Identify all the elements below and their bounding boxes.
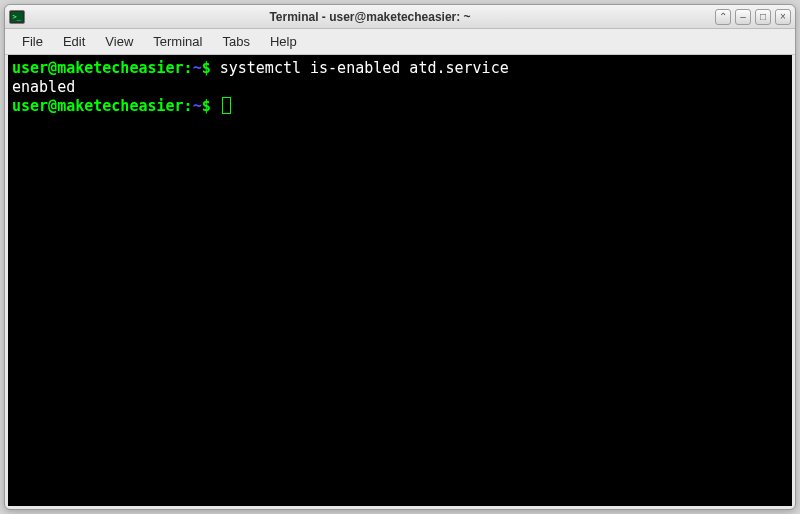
prompt-sep: : xyxy=(184,59,193,77)
terminal-body[interactable]: user@maketecheasier:~$ systemctl is-enab… xyxy=(8,55,792,506)
window-title: Terminal - user@maketecheasier: ~ xyxy=(25,10,715,24)
stick-button[interactable]: ⌃ xyxy=(715,9,731,25)
menu-file[interactable]: File xyxy=(13,31,52,52)
prompt-userhost: user@maketecheasier xyxy=(12,59,184,77)
output-text: enabled xyxy=(12,78,75,96)
menu-help[interactable]: Help xyxy=(261,31,306,52)
terminal-icon: >_ xyxy=(9,9,25,25)
prompt-symbol: $ xyxy=(202,59,220,77)
terminal-output-line: enabled xyxy=(12,78,788,97)
prompt-userhost: user@maketecheasier xyxy=(12,97,184,115)
titlebar-left: >_ xyxy=(9,9,25,25)
command-text: systemctl is-enabled atd.service xyxy=(220,59,509,77)
window-controls: ⌃ – □ × xyxy=(715,9,791,25)
prompt-sep: : xyxy=(184,97,193,115)
prompt-symbol: $ xyxy=(202,97,220,115)
minimize-button[interactable]: – xyxy=(735,9,751,25)
svg-text:>_: >_ xyxy=(13,13,22,21)
terminal-prompt-line: user@maketecheasier:~$ systemctl is-enab… xyxy=(12,59,788,78)
menu-view[interactable]: View xyxy=(96,31,142,52)
menubar: File Edit View Terminal Tabs Help xyxy=(5,29,795,55)
menu-edit[interactable]: Edit xyxy=(54,31,94,52)
terminal-prompt-line: user@maketecheasier:~$ xyxy=(12,97,788,116)
prompt-path: ~ xyxy=(193,59,202,77)
menu-terminal[interactable]: Terminal xyxy=(144,31,211,52)
prompt-path: ~ xyxy=(193,97,202,115)
titlebar[interactable]: >_ Terminal - user@maketecheasier: ~ ⌃ –… xyxy=(5,5,795,29)
maximize-button[interactable]: □ xyxy=(755,9,771,25)
menu-tabs[interactable]: Tabs xyxy=(213,31,258,52)
close-button[interactable]: × xyxy=(775,9,791,25)
cursor xyxy=(222,97,231,114)
terminal-window: >_ Terminal - user@maketecheasier: ~ ⌃ –… xyxy=(4,4,796,510)
